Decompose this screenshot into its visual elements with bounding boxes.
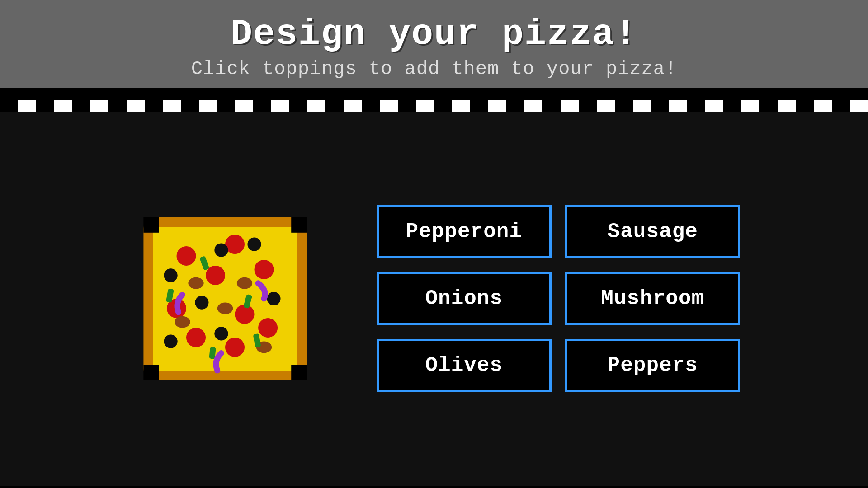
footer: Press ENTER when finished! [0,486,868,488]
svg-point-9 [254,260,274,279]
main-content: Pepperoni Sausage Onions Mushroom Olives… [0,112,868,486]
topping-onions-button[interactable]: Onions [377,272,552,325]
svg-point-21 [164,335,177,348]
svg-point-14 [258,318,278,338]
checkered-pattern [0,88,868,112]
svg-rect-4 [143,365,159,380]
svg-point-24 [217,303,232,314]
svg-point-17 [247,238,261,251]
svg-rect-5 [291,365,307,380]
svg-point-19 [267,292,280,305]
subtitle: Click toppings to add them to your pizza… [0,58,868,80]
topping-olives-button[interactable]: Olives [377,339,552,392]
topping-pepperoni-button[interactable]: Pepperoni [377,205,552,258]
svg-point-15 [164,268,177,282]
topping-peppers-button[interactable]: Peppers [565,339,740,392]
svg-point-20 [214,327,228,340]
svg-point-16 [214,243,228,257]
svg-point-8 [206,266,225,285]
svg-point-22 [188,277,203,289]
svg-point-25 [175,316,190,328]
svg-point-18 [195,296,208,310]
svg-point-13 [225,338,245,357]
topping-mushroom-button[interactable]: Mushroom [565,272,740,325]
svg-rect-2 [143,217,159,232]
pizza-image [128,202,322,396]
header: Design your pizza! Click toppings to add… [0,0,868,88]
pizza-svg [128,202,322,396]
toppings-grid: Pepperoni Sausage Onions Mushroom Olives… [377,205,741,392]
svg-point-23 [236,277,252,289]
svg-point-12 [186,328,206,347]
topping-sausage-button[interactable]: Sausage [565,205,740,258]
page-title: Design your pizza! [0,14,868,55]
svg-rect-3 [291,217,307,232]
checkered-border [0,88,868,112]
svg-point-7 [225,235,245,254]
svg-point-6 [176,246,196,266]
